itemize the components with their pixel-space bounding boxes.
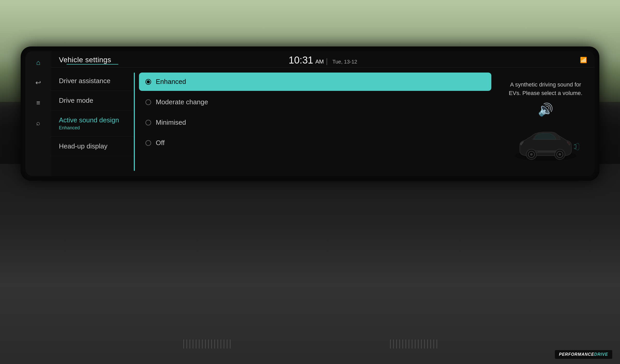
info-description: A synthetic driving sound for EVs. Pleas… — [504, 80, 587, 97]
menu-icon[interactable]: ≡ — [32, 97, 44, 109]
option-enhanced[interactable]: Enhanced — [139, 73, 491, 91]
back-icon[interactable]: ↩ — [32, 76, 44, 89]
radio-off — [145, 140, 151, 146]
dropdown-panel: Enhanced Moderate change Minimised — [134, 67, 497, 176]
search-icon[interactable]: ⌕ — [32, 117, 44, 129]
left-menu: Driver assistance Drive mode Active soun… — [51, 67, 134, 176]
header: Vehicle settings 10:31 AM | Tue, 13-12 📶 — [51, 51, 595, 67]
car-illustration — [512, 122, 579, 163]
right-info-panel: A synthetic driving sound for EVs. Pleas… — [497, 67, 595, 176]
main-content: Vehicle settings 10:31 AM | Tue, 13-12 📶… — [51, 51, 595, 176]
car-svg — [512, 122, 579, 163]
menu-item-head-up-display[interactable]: Head-up display — [51, 137, 134, 156]
volume-icon[interactable]: 🔊 — [538, 102, 553, 117]
vent-row — [103, 339, 517, 349]
time-display: 10:31 AM | Tue, 13-12 — [289, 55, 357, 66]
home-icon[interactable]: ⌂ — [32, 56, 44, 69]
performance-drive-logo: PERFORMANCEDRIVE — [555, 350, 612, 359]
clock-time: 10:31 — [289, 55, 313, 66]
menu-item-active-sound-design[interactable]: Active sound design Enhanced — [51, 110, 134, 137]
menu-item-driver-assistance[interactable]: Driver assistance — [51, 71, 134, 91]
sidebar: ⌂ ↩ ≡ ⌕ — [25, 51, 51, 176]
option-minimised[interactable]: Minimised — [139, 113, 491, 132]
time-separator: | — [326, 57, 328, 65]
option-moderate-change[interactable]: Moderate change — [139, 93, 491, 111]
vent-left — [181, 339, 233, 349]
option-off[interactable]: Off — [139, 134, 491, 152]
volume-control-area: 🔊 — [504, 102, 587, 117]
vent-right — [388, 339, 439, 349]
title-divider — [67, 64, 118, 65]
screen-display: ⌂ ↩ ≡ ⌕ Vehicle settings 10:31 AM | Tue,… — [25, 51, 595, 176]
radio-moderate — [145, 99, 151, 105]
radio-enhanced — [145, 79, 151, 85]
svg-point-3 — [530, 153, 533, 156]
svg-point-6 — [559, 153, 561, 156]
active-sound-design-value: Enhanced — [59, 125, 126, 131]
screen-bezel: ⌂ ↩ ≡ ⌕ Vehicle settings 10:31 AM | Tue,… — [21, 46, 599, 181]
content-area: Driver assistance Drive mode Active soun… — [51, 67, 595, 176]
dashboard-surface — [0, 164, 620, 364]
signal-icon: 📶 — [580, 57, 587, 64]
clock-ampm: AM — [315, 58, 324, 65]
logo-text-performance: PERFORMANCE — [559, 352, 594, 357]
logo-text-drive: DRIVE — [594, 352, 608, 357]
menu-item-drive-mode[interactable]: Drive mode — [51, 91, 134, 110]
page-title: Vehicle settings — [59, 56, 126, 64]
date-display: Tue, 13-12 — [332, 59, 357, 65]
radio-minimised — [145, 120, 151, 125]
